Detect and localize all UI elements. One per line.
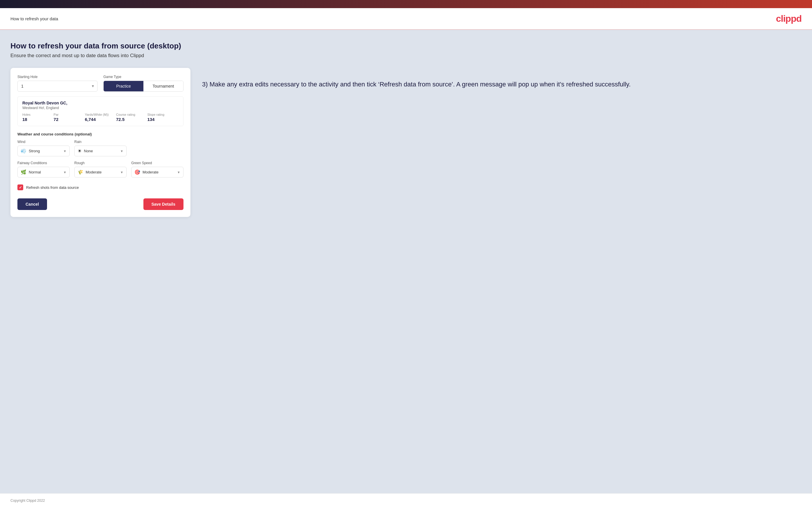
course-rating-label: Course rating	[116, 113, 148, 116]
slope-rating-stat: Slope rating 134	[147, 113, 179, 122]
par-value: 72	[54, 117, 85, 122]
green-speed-chevron-icon: ▼	[177, 171, 180, 174]
footer: Copyright Clippd 2022	[0, 493, 812, 507]
main-content: How to refresh your data from source (de…	[0, 30, 812, 493]
footer-copyright: Copyright Clippd 2022	[10, 499, 45, 503]
refresh-checkbox[interactable]: ✓	[17, 184, 23, 190]
slope-rating-label: Slope rating	[147, 113, 179, 116]
rain-select[interactable]: ☀ None ▼	[74, 146, 126, 156]
course-rating-value: 72.5	[116, 117, 148, 122]
yards-label: Yards/White (M))	[85, 113, 116, 116]
top-bar	[0, 0, 812, 8]
form-card: Starting Hole 1 ▼ Game Type Practice Tou…	[10, 68, 191, 217]
fairway-icon: 🌿	[20, 169, 27, 175]
fairway-rough-green-row: Fairway Conditions 🌿 Normal ▼ Rough 🌾 Mo…	[17, 161, 184, 177]
refresh-checkbox-row: ✓ Refresh shots from data source	[17, 182, 184, 192]
instruction-panel: 3) Make any extra edits necessary to the…	[202, 68, 802, 89]
rain-label: Rain	[74, 140, 126, 144]
yards-value: 6,744	[85, 117, 116, 122]
header: How to refresh your data clippd	[0, 8, 812, 30]
rough-label: Rough	[74, 161, 126, 165]
rain-icon: ☀	[78, 148, 82, 154]
yards-stat: Yards/White (M)) 6,744	[85, 113, 116, 122]
rough-icon: 🌾	[78, 169, 83, 175]
green-speed-icon: 🎯	[135, 169, 140, 175]
fairway-select[interactable]: 🌿 Normal ▼	[17, 167, 70, 177]
checkmark-icon: ✓	[19, 185, 22, 190]
holes-label: Holes	[22, 113, 54, 116]
wind-icon: 💨	[20, 148, 27, 154]
starting-hole-select-wrapper: 1 ▼	[17, 80, 98, 92]
rough-value: Moderate	[86, 170, 118, 174]
holes-value: 18	[22, 117, 54, 122]
content-area: Starting Hole 1 ▼ Game Type Practice Tou…	[10, 68, 802, 217]
wind-select[interactable]: 💨 Strong ▼	[17, 146, 70, 156]
green-speed-value: Moderate	[143, 170, 175, 174]
course-rating-stat: Course rating 72.5	[116, 113, 148, 122]
rough-group: Rough 🌾 Moderate ▼	[74, 161, 126, 177]
instruction-text: 3) Make any extra edits necessary to the…	[202, 79, 802, 89]
starting-hole-select[interactable]: 1	[17, 80, 98, 92]
wind-value: Strong	[29, 149, 61, 153]
rain-chevron-icon: ▼	[120, 149, 123, 153]
starting-hole-game-type-row: Starting Hole 1 ▼ Game Type Practice Tou…	[17, 75, 184, 92]
logo: clippd	[776, 13, 802, 24]
fairway-label: Fairway Conditions	[17, 161, 70, 165]
tournament-button[interactable]: Tournament	[143, 81, 183, 91]
game-type-buttons: Practice Tournament	[103, 80, 184, 92]
wind-chevron-icon: ▼	[63, 149, 66, 153]
button-row: Cancel Save Details	[17, 199, 184, 210]
course-stats: Holes 18 Par 72 Yards/White (M)) 6,744 C…	[22, 113, 179, 122]
par-stat: Par 72	[54, 113, 85, 122]
course-name: Royal North Devon GC,	[22, 101, 179, 105]
course-info-table: Royal North Devon GC, Westward Ho!, Engl…	[17, 96, 184, 126]
game-type-group: Game Type Practice Tournament	[103, 75, 184, 92]
starting-hole-group: Starting Hole 1 ▼	[17, 75, 98, 92]
holes-stat: Holes 18	[22, 113, 54, 122]
save-details-button[interactable]: Save Details	[143, 199, 184, 210]
rough-chevron-icon: ▼	[120, 171, 123, 174]
cancel-button[interactable]: Cancel	[17, 199, 47, 210]
par-label: Par	[54, 113, 85, 116]
fairway-value: Normal	[29, 170, 61, 174]
game-type-label: Game Type	[103, 75, 184, 79]
slope-rating-value: 134	[147, 117, 179, 122]
fairway-group: Fairway Conditions 🌿 Normal ▼	[17, 161, 70, 177]
practice-button[interactable]: Practice	[104, 81, 143, 91]
rain-group: Rain ☀ None ▼	[74, 140, 126, 156]
green-speed-select[interactable]: 🎯 Moderate ▼	[131, 167, 184, 177]
page-heading: How to refresh your data from source (de…	[10, 42, 802, 51]
wind-label: Wind	[17, 140, 70, 144]
conditions-section-title: Weather and course conditions (optional)	[17, 132, 184, 136]
fairway-chevron-icon: ▼	[63, 171, 66, 174]
starting-hole-label: Starting Hole	[17, 75, 98, 79]
refresh-checkbox-label: Refresh shots from data source	[26, 185, 79, 190]
wind-rain-row: Wind 💨 Strong ▼ Rain ☀ None ▼	[17, 140, 184, 156]
page-subheading: Ensure the correct and most up to date d…	[10, 53, 802, 59]
green-speed-label: Green Speed	[131, 161, 184, 165]
rough-select[interactable]: 🌾 Moderate ▼	[74, 167, 126, 177]
course-location: Westward Ho!, England	[22, 106, 179, 110]
green-speed-group: Green Speed 🎯 Moderate ▼	[131, 161, 184, 177]
rain-value: None	[84, 149, 118, 153]
wind-group: Wind 💨 Strong ▼	[17, 140, 70, 156]
header-title: How to refresh your data	[10, 16, 58, 21]
